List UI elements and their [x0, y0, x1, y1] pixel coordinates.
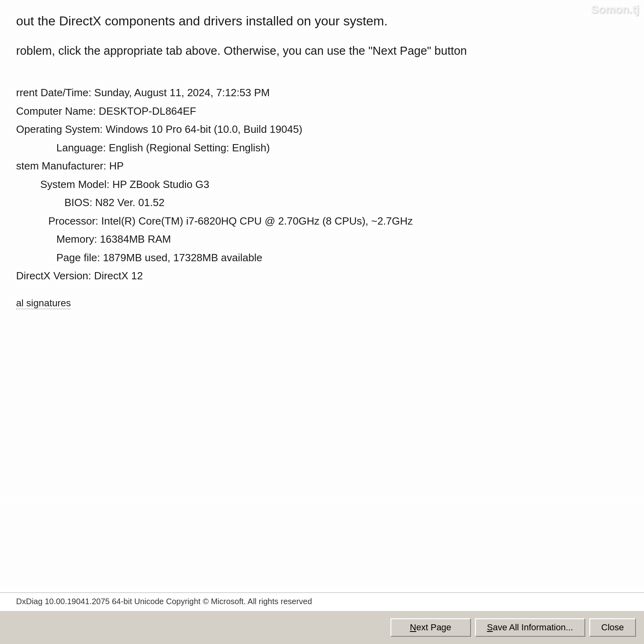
datetime-label: rrent Date/Time: [16, 87, 91, 99]
signatures-link[interactable]: al signatures [16, 297, 71, 309]
processor-value: Intel(R) Core(TM) i7-6820HQ CPU @ 2.70GH… [101, 215, 413, 227]
pagefile-row: Page file: 1879MB used, 17328MB availabl… [16, 249, 628, 267]
language-label: Language: [56, 142, 106, 154]
os-label: Operating System: [16, 123, 103, 135]
model-row: System Model: HP ZBook Studio G3 [16, 175, 628, 194]
button-bar: Next Page Save All Information... Close [0, 610, 644, 644]
save-all-button[interactable]: Save All Information... [475, 618, 585, 637]
intro-text-2: roblem, click the appropriate tab above.… [16, 42, 628, 60]
datetime-row: rrent Date/Time: Sunday, August 11, 2024… [16, 84, 628, 102]
save-all-label: Save All Information... [487, 622, 573, 632]
os-row: Operating System: Windows 10 Pro 64-bit … [16, 120, 628, 139]
system-info-block: rrent Date/Time: Sunday, August 11, 2024… [16, 84, 628, 285]
memory-row: Memory: 16384MB RAM [16, 230, 628, 249]
directx-row: DirectX Version: DirectX 12 [16, 267, 628, 285]
computer-label: Computer Name: [16, 105, 96, 117]
close-button[interactable]: Close [589, 618, 636, 637]
datetime-value: Sunday, August 11, 2024, 7:12:53 PM [94, 87, 270, 99]
close-label: Close [601, 622, 624, 632]
next-page-button[interactable]: Next Page [390, 618, 471, 637]
copyright-bar: DxDiag 10.00.19041.2075 64-bit Unicode C… [0, 592, 644, 610]
processor-row: Processor: Intel(R) Core(TM) i7-6820HQ C… [16, 212, 628, 231]
memory-label: Memory: [56, 233, 97, 245]
pagefile-value: 1879MB used, 17328MB available [103, 252, 262, 264]
bios-label: BIOS: [64, 196, 92, 208]
memory-value: 16384MB RAM [100, 233, 171, 245]
watermark-label: Somon.tj [591, 3, 639, 16]
copyright-text: DxDiag 10.00.19041.2075 64-bit Unicode C… [16, 597, 312, 606]
manufacturer-value: HP [109, 160, 124, 172]
pagefile-label: Page file: [56, 252, 100, 264]
directx-label: DirectX Version: [16, 270, 91, 282]
bios-row: BIOS: N82 Ver. 01.52 [16, 194, 628, 212]
next-page-label: Next Page [410, 622, 451, 632]
manufacturer-label: stem Manufacturer: [16, 160, 106, 172]
content-area: out the DirectX components and drivers i… [0, 0, 644, 592]
main-window: Somon.tj out the DirectX components and … [0, 0, 644, 644]
os-value: Windows 10 Pro 64-bit (10.0, Build 19045… [106, 123, 303, 135]
language-row: Language: English (Regional Setting: Eng… [16, 139, 628, 157]
model-label: System Model: [40, 178, 109, 190]
computer-value: DESKTOP-DL864EF [99, 105, 196, 117]
bios-value: N82 Ver. 01.52 [95, 196, 165, 208]
manufacturer-row: stem Manufacturer: HP [16, 157, 628, 175]
processor-label: Processor: [48, 215, 98, 227]
directx-value: DirectX 12 [94, 270, 143, 282]
content-inner: out the DirectX components and drivers i… [16, 12, 628, 309]
model-value: HP ZBook Studio G3 [112, 178, 209, 190]
computer-row: Computer Name: DESKTOP-DL864EF [16, 102, 628, 121]
intro-text-1: out the DirectX components and drivers i… [16, 12, 628, 30]
language-value: English (Regional Setting: English) [109, 142, 270, 154]
